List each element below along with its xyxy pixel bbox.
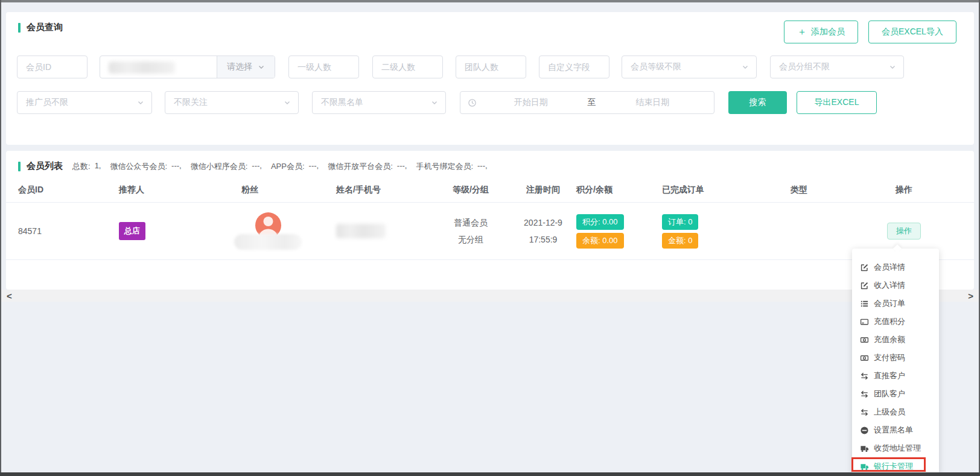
follow-select[interactable]: 不限关注 — [165, 91, 299, 114]
excel-import-button[interactable]: 会员EXCEL导入 — [868, 21, 956, 43]
stat-label: APP会员: — [271, 161, 305, 172]
cell-name-phone — [332, 224, 428, 238]
col-header-points-balance: 积分/余额 — [573, 185, 655, 195]
keyword-input[interactable] — [100, 56, 217, 78]
balance-badge: 余额: 0.00 — [576, 233, 624, 249]
banknote-icon — [860, 335, 869, 344]
chevron-down-icon — [258, 63, 265, 71]
custom-field-input[interactable] — [539, 56, 609, 78]
edit-icon — [860, 263, 869, 272]
list-panel-header: 会员列表 总数:1, 微信公众号会员:---, 微信小程序会员:---, APP… — [18, 160, 488, 172]
col-header-register-time: 注册时间 — [513, 185, 573, 195]
stat-label: 总数: — [72, 161, 91, 172]
stat-value: 1, — [95, 161, 101, 172]
plus-icon: ＋ — [797, 27, 807, 37]
chevron-down-icon — [284, 99, 291, 106]
promoter-select[interactable]: 推广员不限 — [17, 91, 152, 114]
orders-badge: 订单: 0 — [662, 214, 698, 230]
chevron-down-icon — [431, 99, 438, 106]
date-separator: 至 — [585, 97, 599, 108]
menu-item-payment-password[interactable]: 支付密码 — [852, 349, 939, 367]
menu-item-upper-member[interactable]: 上级会员 — [852, 403, 939, 421]
member-group-select-value: 会员分组不限 — [779, 62, 830, 72]
cell-points-balance: 积分: 0.00 余额: 0.00 — [573, 214, 655, 249]
chevron-down-icon — [137, 99, 144, 106]
col-header-fans: 粉丝 — [235, 185, 332, 195]
blacklist-select[interactable]: 不限黑名单 — [312, 91, 446, 114]
search-button[interactable]: 搜索 — [728, 91, 787, 114]
member-group-select[interactable]: 会员分组不限 — [770, 56, 904, 78]
register-date-range-picker[interactable]: 开始日期 至 结束日期 — [460, 91, 714, 114]
start-date-placeholder[interactable]: 开始日期 — [477, 97, 585, 108]
stat-label: 手机号绑定会员: — [416, 161, 473, 172]
query-panel-title: 会员查询 — [27, 22, 63, 33]
cell-actions: 操作 — [887, 223, 974, 240]
menu-item-recharge-points[interactable]: 充值积分 — [852, 313, 939, 331]
horizontal-scrollbar[interactable]: < > — [1, 290, 979, 302]
referrer-badge: 总店 — [119, 222, 145, 240]
cell-member-id: 84571 — [6, 226, 106, 236]
scroll-right-arrow[interactable]: > — [968, 291, 973, 300]
member-level-select[interactable]: 会员等级不限 — [622, 56, 757, 78]
member-id-input[interactable] — [17, 56, 88, 78]
blacklist-select-value: 不限黑名单 — [321, 97, 363, 108]
stat-value: ---, — [397, 161, 407, 172]
cell-completed-orders: 订单: 0 金额: 0 — [655, 214, 784, 249]
level1-count-input[interactable] — [288, 56, 359, 78]
stat-label: 微信公众号会员: — [110, 161, 167, 172]
end-date-placeholder[interactable]: 结束日期 — [599, 97, 707, 108]
member-query-panel: 会员查询 ＋ 添加会员 会员EXCEL导入 请选择 会员等级不限 会员分组不限 … — [6, 12, 974, 145]
annotation-highlight-box — [851, 457, 926, 472]
amount-badge: 金额: 0 — [662, 233, 698, 249]
stat-value: ---, — [171, 161, 182, 172]
menu-item-direct-customers[interactable]: 直推客户 — [852, 367, 939, 385]
cell-level-group: 普通会员 无分组 — [428, 214, 513, 248]
exchange-icon — [860, 372, 869, 381]
keyword-type-select[interactable]: 请选择 — [217, 56, 275, 78]
col-header-referrer: 推荐人 — [106, 185, 235, 195]
stat-value: ---, — [252, 161, 262, 172]
team-count-input[interactable] — [456, 56, 526, 78]
menu-item-shipping-address[interactable]: 收货地址管理 — [852, 439, 939, 457]
row-action-button[interactable]: 操作 — [887, 223, 921, 240]
menu-item-team-customers[interactable]: 团队客户 — [852, 385, 939, 403]
member-level: 普通会员 — [428, 214, 513, 231]
member-list-panel: 会员列表 总数:1, 微信公众号会员:---, 微信小程序会员:---, APP… — [6, 151, 974, 290]
menu-item-member-detail[interactable]: 会员详情 — [852, 258, 939, 276]
points-badge: 积分: 0.00 — [576, 214, 624, 230]
cell-fans — [235, 212, 332, 250]
section-accent-bar — [18, 162, 21, 171]
add-member-button[interactable]: ＋ 添加会员 — [784, 21, 858, 43]
col-header-name-phone: 姓名/手机号 — [332, 185, 428, 195]
col-header-actions: 操作 — [887, 185, 974, 195]
section-accent-bar — [18, 23, 21, 33]
stat-value: ---, — [309, 161, 319, 172]
scroll-left-arrow[interactable]: < — [7, 291, 12, 300]
excel-import-label: 会员EXCEL导入 — [882, 27, 943, 37]
col-header-type: 类型 — [784, 185, 887, 195]
menu-item-recharge-balance[interactable]: 充值余额 — [852, 331, 939, 349]
table-header: 会员ID 推荐人 粉丝 姓名/手机号 等级/分组 注册时间 积分/余额 已完成订… — [6, 178, 974, 203]
window-frame-bottom — [0, 472, 980, 476]
register-time: 17:55:9 — [513, 231, 573, 248]
chevron-down-icon — [889, 63, 896, 71]
query-panel-header: 会员查询 — [18, 22, 63, 33]
menu-item-income-detail[interactable]: 收入详情 — [852, 276, 939, 294]
menu-item-member-orders[interactable]: 会员订单 — [852, 294, 939, 313]
follow-select-value: 不限关注 — [174, 97, 208, 108]
keyword-combo-input: 请选择 — [100, 56, 275, 78]
redacted-fan-name — [234, 234, 302, 250]
member-level-select-value: 会员等级不限 — [631, 62, 681, 72]
banknote-icon — [860, 354, 869, 363]
menu-item-set-blacklist[interactable]: 设置黑名单 — [852, 421, 939, 439]
col-header-member-id: 会员ID — [6, 185, 106, 195]
member-stats: 总数:1, 微信公众号会员:---, 微信小程序会员:---, APP会员:--… — [72, 161, 488, 172]
clock-icon — [468, 98, 477, 107]
export-excel-button[interactable]: 导出EXCEL — [797, 91, 877, 114]
add-member-label: 添加会员 — [811, 27, 845, 37]
window-frame-left — [0, 0, 1, 476]
truck-icon — [860, 444, 869, 453]
keyword-type-label: 请选择 — [227, 62, 252, 72]
level2-count-input[interactable] — [372, 56, 443, 78]
bank-card-icon — [860, 317, 869, 326]
